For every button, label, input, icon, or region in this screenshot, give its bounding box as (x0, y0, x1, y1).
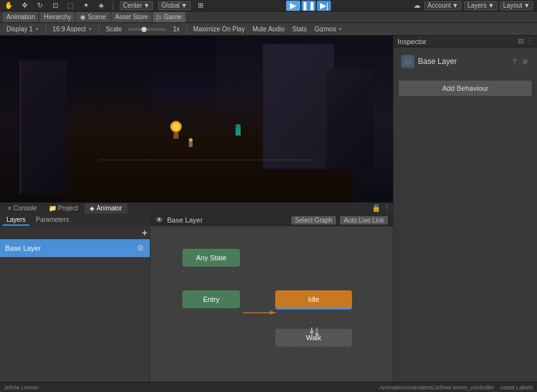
step-button[interactable]: ▶| (317, 1, 331, 11)
idle-node[interactable]: Idle (275, 290, 352, 310)
structure-left (20, 61, 67, 194)
eye-icon[interactable]: 👁 (156, 216, 163, 224)
base-layer-label: Base Layer (5, 244, 41, 252)
cat-body (173, 132, 179, 139)
inspector-header: Inspector ⊟ ⋮ (394, 36, 537, 47)
tab-animation[interactable]: Animation (3, 12, 38, 22)
rect-tool-icon[interactable]: ⬚ (65, 1, 76, 11)
project-icon: 📁 (49, 205, 56, 212)
inspector-body: ⬡ Base Layer ? ⚙ Add Behaviour (394, 47, 537, 392)
inspector-panel: Inspector ⊟ ⋮ ⬡ Base Layer ? ⚙ Add Behav… (393, 36, 537, 392)
cat-head (170, 121, 182, 132)
layout-dropdown[interactable]: Layout ▼ (500, 1, 533, 10)
inspector-title: Inspector (397, 38, 515, 45)
walk-label: Walk (306, 334, 321, 341)
layer-gear-icon[interactable]: ⚙ (136, 244, 145, 253)
account-dropdown[interactable]: Account ▼ (424, 1, 461, 10)
asset-labels-label: Asset Labels (500, 384, 533, 391)
aspect-label: 16:9 Aspect (52, 26, 86, 33)
transform-tool-icon[interactable]: ✦ (81, 1, 91, 11)
toolbar-right: ☁ Account ▼ Layers ▼ Layout ▼ (412, 1, 533, 11)
animator-graph[interactable]: 👁 Base Layer Select Graph Auto Live Link (150, 214, 393, 381)
tab-console[interactable]: ≡ Console (3, 203, 42, 214)
lock-icon[interactable]: 🔒 (372, 204, 381, 212)
space-dropdown[interactable]: Global ▼ (158, 1, 191, 10)
console-icon: ≡ (8, 205, 12, 212)
gizmos-dropdown[interactable]: Gizmos (312, 24, 345, 35)
sub-tab-parameters[interactable]: Parameters (32, 214, 73, 226)
hand-tool-icon[interactable]: ✋ (4, 1, 14, 11)
tab-asset-store[interactable]: Asset Store (111, 12, 152, 22)
pivot-dropdown[interactable]: Center ▼ (120, 1, 153, 10)
more-options-icon[interactable]: ⋮ (383, 204, 390, 212)
scale-slider-handle[interactable] (141, 27, 147, 32)
select-graph-btn[interactable]: Select Graph (291, 216, 336, 224)
teal-body (236, 128, 241, 136)
inspector-object-name: Base Layer (418, 57, 506, 66)
entry-node[interactable]: Entry (182, 290, 240, 308)
auto-live-link-btn[interactable]: Auto Live Link (340, 216, 388, 224)
pause-button[interactable]: ❚❚ (301, 1, 316, 11)
idle-label: Idle (308, 295, 319, 303)
toolbar-left: ✋ ✥ ↻ ⊡ ⬚ ✦ ◈ Center ▼ Global ▼ ⊞ (4, 1, 206, 11)
teal-character (236, 124, 241, 136)
inspector-options: ? ⚙ (510, 57, 529, 66)
tab-hierarchy[interactable]: Hierarchy (40, 12, 75, 22)
editor-tabs: Animation Hierarchy ◉ Scene Asset Store … (0, 12, 537, 23)
game-tab-label: Game (164, 13, 181, 20)
inspector-expand-icon[interactable]: ⊟ (518, 37, 524, 45)
move-tool-icon[interactable]: ✥ (19, 1, 29, 11)
scale-slider[interactable] (128, 28, 166, 31)
scale-value: 1x (170, 24, 182, 35)
layers-list: Base Layer ⚙ (0, 239, 150, 381)
layers-arrow-icon: ▼ (488, 2, 494, 9)
sub-tab-layers[interactable]: Layers (3, 214, 29, 226)
any-state-node[interactable]: Any State (182, 249, 240, 267)
console-tab-label: Console (13, 205, 37, 212)
base-layer-item[interactable]: Base Layer ⚙ (0, 239, 150, 257)
play-button[interactable]: ▶ (286, 1, 300, 11)
add-layer-button[interactable]: + (142, 228, 147, 238)
top-toolbar: ✋ ✥ ↻ ⊡ ⬚ ✦ ◈ Center ▼ Global ▼ ⊞ ▶ ❚❚ ▶… (0, 0, 537, 12)
account-label: Account (428, 2, 451, 9)
layout-arrow-icon: ▼ (524, 2, 530, 9)
game-icon: ▷ (157, 13, 162, 20)
game-scene (0, 36, 393, 202)
add-behaviour-button[interactable]: Add Behaviour (399, 81, 532, 96)
mute-audio-btn[interactable]: Mute Audio (250, 24, 287, 35)
asset-store-tab-label: Asset Store (115, 13, 148, 20)
scene-tab-label: Scene (88, 13, 106, 20)
collab-icon[interactable]: ☁ (412, 1, 422, 11)
walk-node[interactable]: Walk (275, 329, 352, 347)
panel-tab-icons: 🔒 ⋮ (372, 204, 390, 212)
scale-tool-icon[interactable]: ⊡ (50, 1, 60, 11)
custom-tool-icon[interactable]: ◈ (96, 1, 106, 11)
tab-game[interactable]: ▷ Game (153, 12, 185, 22)
animator-content: Layers Parameters + Base Layer ⚙ (0, 214, 393, 381)
rotate-tool-icon[interactable]: ↻ (35, 1, 45, 11)
inspector-menu-icon[interactable]: ⋮ (526, 37, 533, 45)
tab-project[interactable]: 📁 Project (44, 203, 83, 214)
display-label: Display 1 (6, 26, 33, 33)
cat-character (169, 121, 183, 139)
inspector-settings-icon[interactable]: ⚙ (520, 57, 529, 66)
maximize-on-play-btn[interactable]: Maximize On Play (191, 24, 248, 35)
inspector-info-icon[interactable]: ? (510, 57, 519, 66)
space-label: Global (161, 2, 180, 9)
animator-tab-label: Animator (97, 205, 122, 212)
display-dropdown[interactable]: Display 1 (4, 24, 42, 35)
status-bar: Johne Lemon Animation/Animators/Johnel e… (0, 382, 537, 392)
bottom-panel: ≡ Console 📁 Project ◈ Animator 🔒 ⋮ (0, 202, 393, 381)
status-left: Johne Lemon (4, 384, 39, 391)
play-controls: ▶ ❚❚ ▶| (286, 1, 331, 11)
layers-dropdown[interactable]: Layers ▼ (464, 1, 497, 10)
small-char-body (189, 142, 193, 147)
animation-tab-label: Animation (6, 13, 35, 20)
gizmos-label: Gizmos (314, 26, 336, 33)
stats-btn[interactable]: Stats (289, 24, 309, 35)
tab-animator[interactable]: ◈ Animator (84, 203, 127, 214)
grid-icon[interactable]: ⊞ (196, 1, 206, 11)
tab-scene[interactable]: ◉ Scene (76, 12, 109, 22)
aspect-dropdown[interactable]: 16:9 Aspect (50, 24, 95, 35)
layers-top-label: Layers (467, 2, 486, 9)
